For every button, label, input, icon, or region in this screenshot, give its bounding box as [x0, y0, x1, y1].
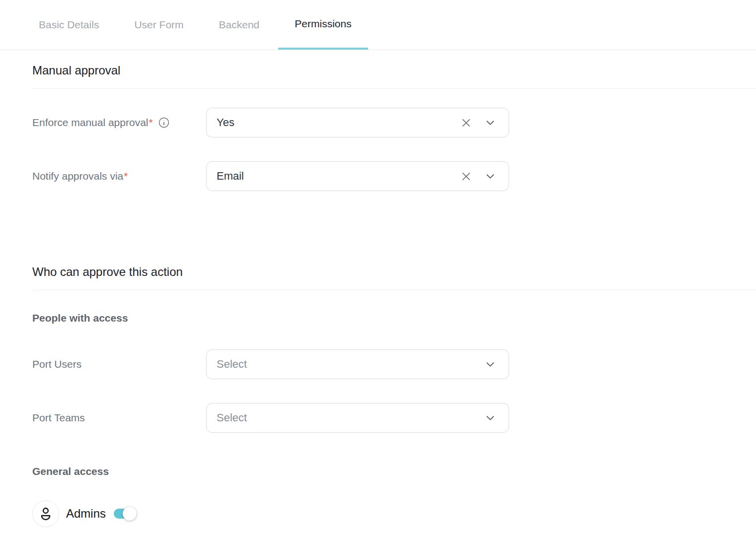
- notify-approvals-via-label: Notify approvals via*: [32, 170, 206, 182]
- select-placeholder: Select: [217, 411, 485, 424]
- port-users-select[interactable]: Select: [206, 349, 509, 379]
- tab-bar: Basic Details User Form Backend Permissi…: [0, 0, 756, 50]
- general-access-heading: General access: [32, 466, 756, 477]
- enforce-manual-approval-label: Enforce manual approval*: [32, 117, 206, 129]
- field-label-text: Port Users: [32, 358, 81, 370]
- clear-icon[interactable]: [460, 171, 472, 182]
- admins-toggle[interactable]: [114, 507, 137, 521]
- manual-approval-title: Manual approval: [32, 50, 756, 88]
- port-teams-label: Port Teams: [32, 412, 206, 424]
- who-can-approve-title: Who can approve this action: [32, 252, 756, 290]
- port-teams-row: Port Teams Select: [32, 403, 756, 433]
- notify-approvals-via-row: Notify approvals via* Email: [32, 161, 756, 191]
- people-with-access-heading: People with access: [32, 312, 756, 324]
- port-users-label: Port Users: [32, 358, 206, 370]
- field-label-text: Enforce manual approval: [32, 117, 148, 129]
- person-icon: [38, 506, 53, 521]
- toggle-thumb: [123, 507, 137, 521]
- chevron-down-icon[interactable]: [485, 412, 496, 423]
- chevron-down-icon[interactable]: [485, 359, 496, 370]
- port-users-row: Port Users Select: [32, 349, 756, 379]
- avatar: [32, 500, 59, 527]
- divider: [32, 290, 756, 290]
- select-value: Email: [217, 170, 460, 183]
- admins-label: Admins: [66, 507, 106, 521]
- clear-icon[interactable]: [460, 117, 472, 129]
- tab-permissions[interactable]: Permissions: [278, 0, 368, 50]
- enforce-manual-approval-select[interactable]: Yes: [206, 108, 509, 137]
- enforce-manual-approval-row: Enforce manual approval* Yes: [32, 108, 756, 137]
- info-icon[interactable]: [158, 117, 170, 129]
- select-placeholder: Select: [217, 358, 485, 371]
- field-label-text: Notify approvals via: [32, 170, 123, 182]
- required-asterisk: *: [124, 170, 128, 182]
- chevron-down-icon[interactable]: [485, 117, 496, 128]
- required-asterisk: *: [149, 117, 152, 129]
- tab-backend[interactable]: Backend: [203, 0, 276, 50]
- notify-approvals-via-select[interactable]: Email: [206, 161, 509, 191]
- tab-user-form[interactable]: User Form: [118, 0, 200, 50]
- admins-access-row: Admins: [32, 500, 756, 527]
- select-value: Yes: [217, 116, 460, 129]
- tab-basic-details[interactable]: Basic Details: [22, 0, 115, 50]
- field-label-text: Port Teams: [32, 412, 85, 424]
- chevron-down-icon[interactable]: [485, 171, 496, 182]
- port-teams-select[interactable]: Select: [206, 403, 509, 433]
- divider: [32, 88, 756, 89]
